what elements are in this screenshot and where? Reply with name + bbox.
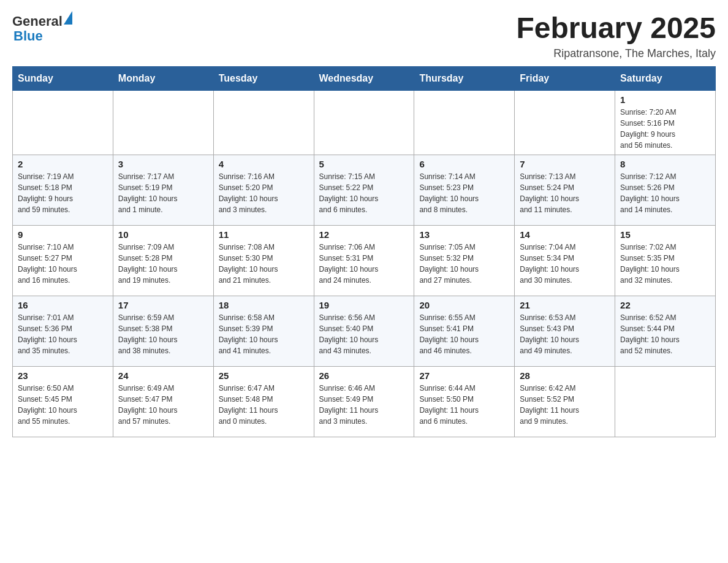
- calendar-cell: 7Sunrise: 7:13 AM Sunset: 5:24 PM Daylig…: [515, 155, 615, 225]
- calendar-cell: 27Sunrise: 6:44 AM Sunset: 5:50 PM Dayli…: [414, 366, 515, 437]
- logo-general: General: [12, 13, 63, 29]
- col-wednesday: Wednesday: [314, 66, 414, 90]
- day-number: 17: [118, 300, 208, 310]
- calendar-cell: 9Sunrise: 7:10 AM Sunset: 5:27 PM Daylig…: [13, 225, 113, 296]
- day-number: 16: [18, 300, 108, 310]
- day-info: Sunrise: 6:42 AM Sunset: 5:52 PM Dayligh…: [520, 383, 610, 427]
- col-thursday: Thursday: [414, 66, 515, 90]
- week-row-4: 16Sunrise: 7:01 AM Sunset: 5:36 PM Dayli…: [13, 296, 716, 366]
- day-info: Sunrise: 7:20 AM Sunset: 5:16 PM Dayligh…: [620, 107, 710, 151]
- calendar-cell: 20Sunrise: 6:55 AM Sunset: 5:41 PM Dayli…: [414, 296, 515, 366]
- day-number: 7: [520, 159, 610, 169]
- day-info: Sunrise: 7:16 AM Sunset: 5:20 PM Dayligh…: [219, 171, 309, 215]
- calendar-cell: 13Sunrise: 7:05 AM Sunset: 5:32 PM Dayli…: [414, 225, 515, 296]
- calendar-cell: [213, 90, 314, 155]
- col-tuesday: Tuesday: [213, 66, 314, 90]
- calendar-cell: 15Sunrise: 7:02 AM Sunset: 5:35 PM Dayli…: [615, 225, 716, 296]
- day-info: Sunrise: 6:56 AM Sunset: 5:40 PM Dayligh…: [319, 312, 409, 356]
- calendar-cell: [414, 90, 515, 155]
- week-row-1: 1Sunrise: 7:20 AM Sunset: 5:16 PM Daylig…: [13, 90, 716, 155]
- calendar-cell: 22Sunrise: 6:52 AM Sunset: 5:44 PM Dayli…: [615, 296, 716, 366]
- day-number: 5: [319, 159, 409, 169]
- calendar-cell: [515, 90, 615, 155]
- location-title: Ripatransone, The Marches, Italy: [516, 47, 716, 60]
- title-area: February 2025 Ripatransone, The Marches,…: [516, 12, 716, 60]
- day-info: Sunrise: 7:01 AM Sunset: 5:36 PM Dayligh…: [18, 312, 108, 356]
- calendar-table: Sunday Monday Tuesday Wednesday Thursday…: [12, 66, 716, 437]
- day-number: 15: [620, 229, 710, 240]
- day-number: 11: [219, 229, 309, 240]
- day-info: Sunrise: 6:49 AM Sunset: 5:47 PM Dayligh…: [118, 383, 208, 427]
- month-title: February 2025: [516, 12, 716, 45]
- day-info: Sunrise: 6:44 AM Sunset: 5:50 PM Dayligh…: [419, 383, 509, 427]
- logo-triangle-icon: [64, 11, 72, 25]
- day-info: Sunrise: 7:06 AM Sunset: 5:31 PM Dayligh…: [319, 242, 409, 286]
- day-number: 22: [620, 300, 710, 310]
- logo: General Blue: [12, 12, 72, 44]
- calendar-cell: 14Sunrise: 7:04 AM Sunset: 5:34 PM Dayli…: [515, 225, 615, 296]
- calendar-cell: 3Sunrise: 7:17 AM Sunset: 5:19 PM Daylig…: [113, 155, 213, 225]
- calendar-cell: [113, 90, 213, 155]
- week-row-5: 23Sunrise: 6:50 AM Sunset: 5:45 PM Dayli…: [13, 366, 716, 437]
- col-friday: Friday: [515, 66, 615, 90]
- day-number: 18: [219, 300, 309, 310]
- calendar-cell: 25Sunrise: 6:47 AM Sunset: 5:48 PM Dayli…: [213, 366, 314, 437]
- day-number: 19: [319, 300, 409, 310]
- calendar-cell: 19Sunrise: 6:56 AM Sunset: 5:40 PM Dayli…: [314, 296, 414, 366]
- calendar-cell: 16Sunrise: 7:01 AM Sunset: 5:36 PM Dayli…: [13, 296, 113, 366]
- day-info: Sunrise: 6:53 AM Sunset: 5:43 PM Dayligh…: [520, 312, 610, 356]
- day-info: Sunrise: 7:10 AM Sunset: 5:27 PM Dayligh…: [18, 242, 108, 286]
- calendar-header-row: Sunday Monday Tuesday Wednesday Thursday…: [13, 66, 716, 90]
- calendar-cell: 6Sunrise: 7:14 AM Sunset: 5:23 PM Daylig…: [414, 155, 515, 225]
- day-number: 3: [118, 159, 208, 169]
- day-number: 13: [419, 229, 509, 240]
- day-number: 4: [219, 159, 309, 169]
- col-sunday: Sunday: [13, 66, 113, 90]
- day-number: 9: [18, 229, 108, 240]
- day-number: 1: [620, 94, 710, 105]
- day-info: Sunrise: 6:47 AM Sunset: 5:48 PM Dayligh…: [219, 383, 309, 427]
- day-number: 26: [319, 370, 409, 381]
- page-header: General Blue February 2025 Ripatransone,…: [12, 12, 716, 60]
- col-monday: Monday: [113, 66, 213, 90]
- day-number: 10: [118, 229, 208, 240]
- calendar-cell: [13, 90, 113, 155]
- calendar-cell: 18Sunrise: 6:58 AM Sunset: 5:39 PM Dayli…: [213, 296, 314, 366]
- calendar-cell: 1Sunrise: 7:20 AM Sunset: 5:16 PM Daylig…: [615, 90, 716, 155]
- day-info: Sunrise: 6:50 AM Sunset: 5:45 PM Dayligh…: [18, 383, 108, 427]
- day-number: 12: [319, 229, 409, 240]
- day-info: Sunrise: 7:19 AM Sunset: 5:18 PM Dayligh…: [18, 171, 108, 215]
- day-info: Sunrise: 7:14 AM Sunset: 5:23 PM Dayligh…: [419, 171, 509, 215]
- day-number: 14: [520, 229, 610, 240]
- week-row-2: 2Sunrise: 7:19 AM Sunset: 5:18 PM Daylig…: [13, 155, 716, 225]
- calendar-cell: [615, 366, 716, 437]
- col-saturday: Saturday: [615, 66, 716, 90]
- calendar-cell: 28Sunrise: 6:42 AM Sunset: 5:52 PM Dayli…: [515, 366, 615, 437]
- calendar-cell: 17Sunrise: 6:59 AM Sunset: 5:38 PM Dayli…: [113, 296, 213, 366]
- day-info: Sunrise: 7:17 AM Sunset: 5:19 PM Dayligh…: [118, 171, 208, 215]
- day-info: Sunrise: 7:04 AM Sunset: 5:34 PM Dayligh…: [520, 242, 610, 286]
- calendar-cell: 5Sunrise: 7:15 AM Sunset: 5:22 PM Daylig…: [314, 155, 414, 225]
- day-number: 27: [419, 370, 509, 381]
- calendar-cell: [314, 90, 414, 155]
- day-number: 24: [118, 370, 208, 381]
- calendar-cell: 4Sunrise: 7:16 AM Sunset: 5:20 PM Daylig…: [213, 155, 314, 225]
- day-number: 20: [419, 300, 509, 310]
- logo-blue: Blue: [13, 28, 43, 44]
- calendar-cell: 10Sunrise: 7:09 AM Sunset: 5:28 PM Dayli…: [113, 225, 213, 296]
- calendar-cell: 24Sunrise: 6:49 AM Sunset: 5:47 PM Dayli…: [113, 366, 213, 437]
- day-number: 6: [419, 159, 509, 169]
- day-info: Sunrise: 6:58 AM Sunset: 5:39 PM Dayligh…: [219, 312, 309, 356]
- day-number: 23: [18, 370, 108, 381]
- calendar-cell: 11Sunrise: 7:08 AM Sunset: 5:30 PM Dayli…: [213, 225, 314, 296]
- day-info: Sunrise: 7:12 AM Sunset: 5:26 PM Dayligh…: [620, 171, 710, 215]
- calendar-cell: 12Sunrise: 7:06 AM Sunset: 5:31 PM Dayli…: [314, 225, 414, 296]
- day-info: Sunrise: 6:55 AM Sunset: 5:41 PM Dayligh…: [419, 312, 509, 356]
- day-info: Sunrise: 7:05 AM Sunset: 5:32 PM Dayligh…: [419, 242, 509, 286]
- calendar-cell: 2Sunrise: 7:19 AM Sunset: 5:18 PM Daylig…: [13, 155, 113, 225]
- calendar-cell: 23Sunrise: 6:50 AM Sunset: 5:45 PM Dayli…: [13, 366, 113, 437]
- day-number: 28: [520, 370, 610, 381]
- day-info: Sunrise: 6:46 AM Sunset: 5:49 PM Dayligh…: [319, 383, 409, 427]
- day-info: Sunrise: 6:52 AM Sunset: 5:44 PM Dayligh…: [620, 312, 710, 356]
- day-number: 8: [620, 159, 710, 169]
